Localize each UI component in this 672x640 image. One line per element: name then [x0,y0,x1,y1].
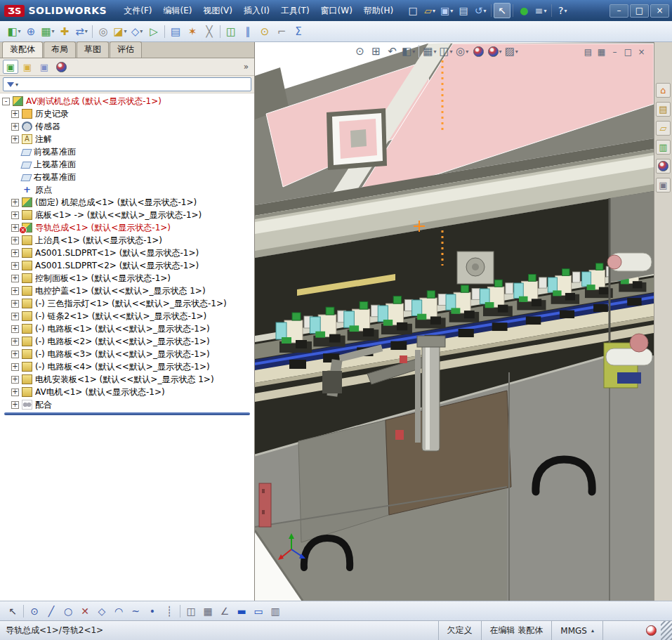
smart-dimension-icon[interactable]: ⊙ [26,603,43,619]
assembly-features-icon[interactable]: ◪▾ [112,24,129,39]
save-icon[interactable]: ▣▾ [438,3,455,18]
tab-layout[interactable]: 布局 [44,41,76,58]
new-document-icon[interactable]: □ [404,3,421,18]
menu-window[interactable]: 窗口(W) [315,2,358,20]
quick-tips-icon[interactable] [646,625,657,636]
tree-item[interactable]: +(-) 三色指示灯<1> (默认<<默认>_显示状态-1>) [0,297,254,310]
view-palette-icon[interactable]: ▥ [656,140,671,155]
tree-item[interactable]: +电机安装板<1> (默认<<默认>_显示状态 1>) [0,373,254,386]
minimize-button[interactable]: – [610,4,628,18]
dropdown-arrow-icon[interactable]: ▾ [466,48,468,55]
dropdown-arrow-icon[interactable]: ▾ [18,28,21,34]
propertymanager-tab-icon[interactable]: ▣ [20,60,35,74]
display-grid-icon[interactable]: ▦ [199,603,216,619]
doc-float-icon[interactable]: ▦ [595,46,608,58]
tree-item[interactable]: +(-) 电路板<1> (默认<<默认>_显示状态-1>) [0,322,254,335]
tree-expand-toggle[interactable]: + [11,123,19,131]
display-style-icon[interactable]: ◫▾ [437,44,454,59]
menu-insert[interactable]: 插入(I) [238,2,275,20]
tab-assembly[interactable]: 装配体 [2,41,43,58]
bill-of-materials-icon[interactable]: ▤ [167,24,184,39]
tree-expand-toggle[interactable]: - [2,98,10,105]
3d-model[interactable] [255,42,654,601]
appearances-icon[interactable] [656,159,671,174]
tree-filter-input[interactable] [21,79,249,90]
reference-geometry-icon[interactable]: ◇▾ [129,24,145,39]
status-units[interactable]: MMGS ▴ [551,621,602,640]
maximize-button[interactable]: □ [630,4,649,18]
insert-components-icon[interactable]: ◧▾ [6,24,22,39]
menu-file[interactable]: 文件(F) [118,2,157,20]
tree-item[interactable]: +控制面板<1> (默认<显示状态-1>) [0,272,254,285]
dropdown-arrow-icon[interactable]: ▾ [515,48,518,55]
dropdown-arrow-icon[interactable]: ▾ [544,8,547,14]
help-icon[interactable]: ?▾ [554,3,571,18]
solidworks-resources-icon[interactable]: ⌂ [656,83,671,98]
trim-entities-icon[interactable]: ✕ [77,603,93,619]
tree-expand-toggle[interactable]: + [11,262,19,270]
tree-item[interactable]: +(-) 电路板<3> (默认<<默认>_显示状态-1>) [0,348,254,360]
clearance-verification-icon[interactable]: ∥ [239,24,256,39]
previous-view-icon[interactable]: ↶ [384,44,400,59]
edit-appearance-icon[interactable] [470,44,487,59]
section-plane-icon[interactable]: ▭ [250,603,267,619]
tree-item[interactable]: +原点 [0,183,254,196]
tree-item[interactable]: 右视基准面 [0,171,254,183]
select-pointer-icon[interactable]: ↖ [494,3,510,18]
split-viewport-icon[interactable]: ▥ [267,603,284,619]
tree-expand-toggle[interactable]: + [11,224,19,232]
circle-icon[interactable]: ○ [60,603,77,619]
custom-properties-icon[interactable]: ▣ [656,178,671,192]
tree-item[interactable]: +(固定) 机架总成<1> (默认<显示状态-1>) [0,196,254,209]
angle-snap-icon[interactable]: ∠ [216,603,233,619]
front-plane-icon[interactable]: ▬ [233,603,250,619]
featuremanager-tab-icon[interactable]: ▣ [3,60,18,74]
tab-sketch[interactable]: 草图 [77,41,109,58]
displaymanager-tab-icon[interactable] [53,60,69,74]
panel-overflow-chevron[interactable]: » [244,62,251,72]
apply-scene-icon[interactable]: ▾ [487,44,503,59]
arc-icon[interactable]: ◠ [110,603,127,619]
select-icon[interactable]: ↖ [4,603,21,619]
design-library-icon[interactable]: ▤ [656,102,671,117]
centerline-icon[interactable]: ┊ [161,603,178,619]
tree-item[interactable]: +AV电机<1> (默认<显示状态-1>) [0,386,254,398]
doc-toolbar-icon[interactable]: ▤ [581,46,595,58]
move-component-icon[interactable]: ⇄▾ [73,24,90,39]
tree-expand-toggle[interactable]: + [11,237,19,244]
render-sphere-icon[interactable]: ● [515,3,532,18]
show-hidden-components-icon[interactable]: ◎ [95,24,112,39]
view-orientation-icon[interactable]: ▦▾ [421,44,437,59]
mass-properties-icon[interactable]: Σ [290,24,307,39]
tree-item[interactable]: 前视基准面 [0,145,254,158]
close-button[interactable]: × [650,4,669,18]
tree-item[interactable]: +上治具<1> (默认<显示状态-1>) [0,234,254,247]
dropdown-arrow-icon[interactable]: ▾ [433,8,435,14]
dropdown-arrow-icon[interactable]: ▾ [124,28,127,34]
rollback-bar[interactable] [4,412,250,415]
zoom-fit-icon[interactable]: ⊙ [352,44,368,59]
exploded-view-icon[interactable]: ✶ [184,24,201,39]
tab-evaluate[interactable]: 评估 [110,41,142,58]
menu-tools[interactable]: 工具(T) [275,2,315,20]
menu-edit[interactable]: 编辑(E) [157,2,197,20]
doc-close-icon[interactable]: × [635,46,648,58]
spline-icon[interactable]: ~ [127,603,144,619]
linear-component-pattern-icon[interactable]: ▦▾ [39,24,56,39]
tree-item[interactable]: +×导轨总成<1> (默认<显示状态-1>) [0,221,254,234]
tree-item[interactable]: +AS001.SLDPRT<1> (默认<显示状态-1>) [0,247,254,259]
dropdown-arrow-icon[interactable]: ▾ [450,8,453,14]
tree-expand-toggle[interactable]: + [11,401,19,409]
dropdown-arrow-icon[interactable]: ▾ [52,28,55,34]
tree-item[interactable]: +(-) 电路板<2> (默认<<默认>_显示状态-1>) [0,335,254,348]
mate-icon[interactable]: ⊕ [22,24,39,39]
tree-expand-toggle[interactable]: + [11,211,19,219]
mirror-entities-icon[interactable]: ◫ [183,603,199,619]
zoom-area-icon[interactable]: ⊞ [368,44,384,59]
tree-expand-toggle[interactable]: + [11,287,19,295]
smart-fasteners-icon[interactable]: ✚ [56,24,73,39]
dropdown-arrow-icon[interactable]: ▾ [140,28,143,34]
filter-funnel-icon[interactable] [7,82,14,87]
dropdown-arrow-icon[interactable]: ▾ [450,48,453,55]
units-dropdown-icon[interactable]: ▴ [591,627,594,634]
